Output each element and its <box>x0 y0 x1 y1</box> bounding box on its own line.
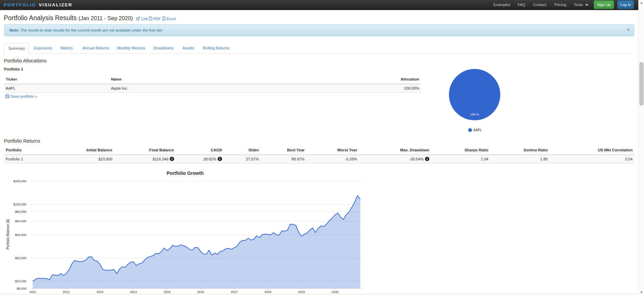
svg-text:2017: 2017 <box>231 290 238 294</box>
svg-text:$20,000: $20,000 <box>15 256 26 260</box>
svg-text:2015: 2015 <box>164 290 171 294</box>
svg-text:$100,000: $100,000 <box>13 203 26 206</box>
svg-text:100 %: 100 % <box>470 113 479 116</box>
svg-text:2018: 2018 <box>264 290 271 294</box>
svg-text:$60,000: $60,000 <box>15 219 26 223</box>
svg-text:$40,000: $40,000 <box>15 233 26 237</box>
svg-text:Portfolio Balance ($): Portfolio Balance ($) <box>6 219 10 250</box>
svg-text:$8,000: $8,000 <box>17 287 26 290</box>
svg-text:2016: 2016 <box>197 290 204 294</box>
svg-text:$200,000: $200,000 <box>13 180 26 183</box>
svg-text:2020: 2020 <box>332 290 339 294</box>
svg-text:$80,000: $80,000 <box>15 210 26 213</box>
svg-text:2019: 2019 <box>298 290 305 294</box>
svg-text:2014: 2014 <box>130 290 137 294</box>
svg-text:x: x <box>163 18 164 20</box>
svg-text:2013: 2013 <box>97 290 104 294</box>
svg-text:2011: 2011 <box>30 290 36 294</box>
svg-text:$10,000: $10,000 <box>15 280 26 283</box>
svg-text:2012: 2012 <box>63 290 70 294</box>
svg-text:Portfolio Growth: Portfolio Growth <box>167 170 204 176</box>
svg-text:AAPL: AAPL <box>473 128 482 132</box>
